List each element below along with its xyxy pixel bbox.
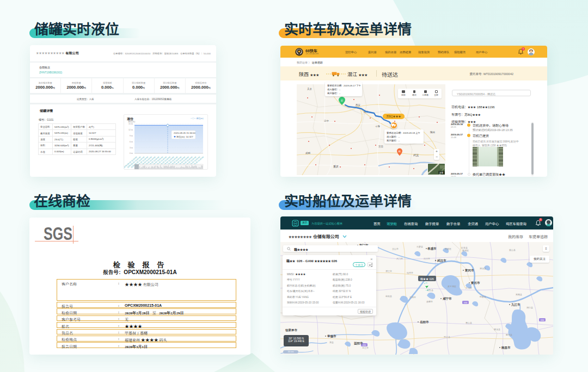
svg-text:通山县: 通山县 bbox=[465, 321, 472, 324]
svg-text:黄冈市: 黄冈市 bbox=[464, 269, 474, 272]
svg-text:梁子湖区: 梁子湖区 bbox=[448, 285, 456, 288]
svg-text:岳阳市: 岳阳市 bbox=[420, 320, 429, 324]
svg-text:3 m: 3 m bbox=[130, 147, 133, 149]
svg-text:常德市: 常德市 bbox=[327, 334, 336, 338]
svg-text:6 m: 6 m bbox=[130, 141, 133, 143]
svg-text:仙桃市: 仙桃市 bbox=[407, 271, 413, 274]
svg-text:2020-08-26 15:34:00: 2020-08-26 15:34:00 bbox=[174, 132, 196, 134]
svg-text:咸宁市: 咸宁市 bbox=[443, 297, 452, 301]
svg-text:南昌市: 南昌市 bbox=[501, 346, 511, 350]
svg-text:湖口县: 湖口县 bbox=[526, 306, 533, 309]
svg-text:黄石市: 黄石市 bbox=[470, 281, 480, 285]
svg-text:潜江市: 潜江市 bbox=[385, 270, 392, 272]
svg-text:G56: G56 bbox=[464, 302, 468, 304]
svg-text:液位(m): 14.327: 液位(m): 14.327 bbox=[176, 135, 193, 138]
svg-text:武汉市: 武汉市 bbox=[437, 259, 446, 263]
svg-text:九江市: 九江市 bbox=[511, 303, 520, 307]
svg-text:都昌县: 都昌县 bbox=[505, 333, 512, 336]
svg-text:澧县: 澧县 bbox=[329, 341, 334, 344]
svg-text:15 m: 15 m bbox=[128, 123, 133, 125]
svg-text:9 m: 9 m bbox=[130, 135, 133, 137]
svg-text:黄梅县: 黄梅县 bbox=[516, 293, 522, 296]
svg-text:沅江市: 沅江市 bbox=[362, 346, 369, 349]
svg-text:益阳市: 益阳市 bbox=[354, 342, 363, 345]
svg-text:新洲区: 新洲区 bbox=[462, 249, 469, 252]
svg-text:12 m: 12 m bbox=[128, 129, 133, 131]
svg-text:监利县: 监利县 bbox=[385, 295, 392, 298]
svg-text:0 m: 0 m bbox=[130, 152, 133, 154]
svg-text:平江县: 平江县 bbox=[444, 336, 450, 338]
svg-text:京山市: 京山市 bbox=[392, 247, 399, 250]
svg-text:云梦县: 云梦县 bbox=[416, 245, 423, 248]
svg-text:天门市: 天门市 bbox=[396, 257, 403, 260]
svg-text:张家界市: 张家界市 bbox=[285, 328, 298, 332]
svg-text:赤壁市: 赤壁市 bbox=[426, 300, 433, 303]
svg-text:浠水县: 浠水县 bbox=[480, 267, 486, 270]
svg-text:汉川市: 汉川市 bbox=[424, 257, 430, 260]
svg-text:洪湖市: 洪湖市 bbox=[409, 296, 416, 299]
svg-text:孝感市: 孝感市 bbox=[427, 247, 437, 251]
svg-text:阳新县: 阳新县 bbox=[480, 295, 486, 298]
svg-text:英山县: 英山县 bbox=[509, 249, 516, 252]
svg-text:终: 终 bbox=[399, 150, 401, 153]
svg-text:大冶市: 大冶市 bbox=[465, 287, 472, 289]
svg-text:黄陂区: 黄陂区 bbox=[445, 247, 451, 250]
svg-text:G56: G56 bbox=[541, 319, 544, 321]
svg-text:修水县: 修水县 bbox=[494, 328, 500, 331]
